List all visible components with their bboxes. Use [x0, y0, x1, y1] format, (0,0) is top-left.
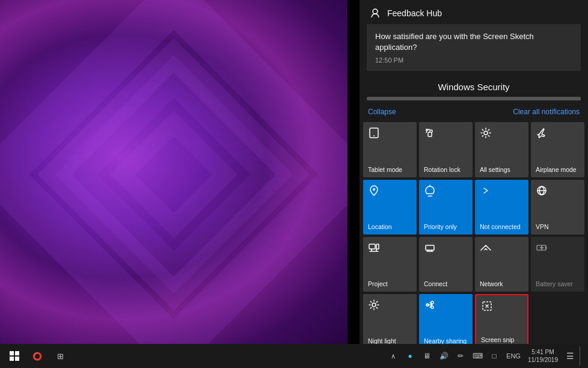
svg-rect-17 — [15, 351, 19, 355]
screen-snip-label: Screen snip — [481, 336, 514, 344]
tile-all-settings[interactable]: All settings — [475, 122, 528, 177]
tile-project[interactable]: Project — [363, 237, 417, 292]
taskbar: ⭕ ⊞ ∧ ● 🖥 🔊 ✏ ⌨ □ ENG 5:41 PM 11/19/2019… — [0, 344, 588, 368]
action-center-button[interactable]: ☰ — [563, 346, 577, 366]
taskbar-right: ∧ ● 🖥 🔊 ✏ ⌨ □ ENG 5:41 PM 11/19/2019 ☰ — [386, 346, 583, 366]
screen-snip-icon — [481, 300, 493, 315]
notification-title: How satisified are you with the Screen S… — [375, 31, 572, 53]
priority-only-icon — [424, 185, 436, 200]
all-settings-label: All settings — [480, 166, 510, 174]
svg-point-14 — [431, 306, 433, 308]
windows-security-bar — [367, 97, 581, 100]
cortana-search-icon[interactable]: ⭕ — [28, 346, 47, 366]
svg-point-11 — [372, 303, 376, 307]
network-label: Network — [480, 280, 503, 288]
feedback-hub-header: Feedback Hub — [360, 0, 588, 24]
display-icon[interactable]: 🖥 — [420, 346, 434, 366]
vpn-label: VPN — [536, 223, 549, 231]
tile-screen-snip[interactable]: Screen snip — [475, 294, 528, 349]
airplane-mode-icon — [536, 127, 548, 142]
location-icon — [368, 185, 380, 200]
connect-label: Connect — [424, 280, 447, 288]
tile-airplane-mode[interactable]: Airplane mode — [531, 122, 584, 177]
cortana-taskbar-icon[interactable]: ● — [403, 346, 417, 366]
svg-rect-18 — [10, 357, 14, 361]
keyboard-icon[interactable]: ⌨ — [470, 346, 485, 366]
notification-time: 12:50 PM — [375, 57, 572, 64]
feedback-hub-notification[interactable]: How satisified are you with the Screen S… — [367, 24, 581, 71]
airplane-mode-label: Airplane mode — [536, 166, 577, 174]
feedback-hub-title: Feedback Hub — [387, 8, 442, 18]
svg-point-13 — [431, 301, 433, 304]
desktop-background — [0, 0, 348, 349]
tile-battery-saver[interactable]: Battery saver — [531, 237, 584, 292]
all-settings-icon — [480, 127, 492, 142]
location-label: Location — [368, 223, 392, 231]
pen-icon[interactable]: ✏ — [453, 346, 468, 366]
svg-rect-8 — [376, 244, 379, 249]
tile-night-light[interactable]: Night light — [363, 294, 417, 349]
battery-saver-icon — [536, 242, 548, 257]
priority-only-label: Priority only — [424, 223, 457, 231]
project-icon — [368, 242, 380, 257]
tile-tablet-mode[interactable]: Tablet mode — [363, 122, 417, 177]
not-connected-label: Not connected — [480, 223, 521, 231]
svg-rect-9 — [426, 245, 434, 250]
start-button[interactable] — [5, 346, 24, 366]
show-hidden-icons-button[interactable]: ∧ — [386, 346, 400, 366]
time-display: 5:41 PM — [531, 348, 554, 356]
svg-point-0 — [373, 9, 378, 14]
windows-security-header: Windows Security — [360, 73, 588, 97]
tile-nearby-sharing[interactable]: Nearby sharing — [419, 294, 473, 349]
tablet-mode-icon — [368, 127, 380, 142]
task-view-button[interactable]: ⊞ — [51, 346, 70, 366]
quick-actions-grid: Tablet mode Rotation lock All settings A… — [360, 122, 588, 349]
svg-rect-3 — [428, 132, 432, 136]
svg-point-4 — [484, 131, 488, 135]
show-desktop-button[interactable] — [580, 346, 583, 366]
notification-icon[interactable]: □ — [487, 346, 501, 366]
tablet-mode-label: Tablet mode — [368, 166, 402, 174]
tile-connect[interactable]: Connect — [419, 237, 473, 292]
svg-point-2 — [373, 135, 375, 136]
svg-rect-19 — [15, 357, 19, 361]
svg-point-5 — [373, 188, 375, 191]
windows-security-title: Windows Security — [438, 82, 509, 92]
tile-location[interactable]: Location — [363, 180, 417, 235]
taskbar-left: ⭕ ⊞ — [5, 346, 386, 366]
project-label: Project — [368, 280, 388, 288]
clock[interactable]: 5:41 PM 11/19/2019 — [525, 348, 560, 364]
rotation-lock-label: Rotation lock — [424, 166, 461, 174]
rotation-lock-icon — [424, 127, 436, 142]
clear-all-button[interactable]: Clear all notifications — [513, 108, 580, 116]
svg-rect-16 — [10, 351, 14, 355]
tile-priority-only[interactable]: Priority only — [419, 180, 473, 235]
connect-icon — [424, 242, 436, 257]
feedback-hub-icon — [369, 7, 381, 19]
notification-actions-row: Collapse Clear all notifications — [360, 103, 588, 122]
bluetooth-icon — [480, 185, 492, 200]
action-center-panel: Feedback Hub How satisified are you with… — [360, 0, 588, 349]
network-icon — [480, 242, 492, 257]
tile-network[interactable]: Network — [475, 237, 528, 292]
tile-rotation-lock[interactable]: Rotation lock — [419, 122, 473, 177]
tile-vpn[interactable]: VPN — [531, 180, 584, 235]
battery-saver-label: Battery saver — [536, 280, 573, 288]
language-indicator[interactable]: ENG — [504, 352, 523, 360]
volume-icon[interactable]: 🔊 — [436, 346, 451, 366]
nearby-sharing-icon — [424, 299, 436, 314]
vpn-icon — [536, 185, 548, 200]
svg-rect-7 — [369, 244, 375, 249]
night-light-icon — [368, 299, 380, 314]
collapse-button[interactable]: Collapse — [368, 108, 396, 116]
date-display: 11/19/2019 — [528, 356, 558, 364]
tile-not-connected[interactable]: Not connected — [475, 180, 528, 235]
